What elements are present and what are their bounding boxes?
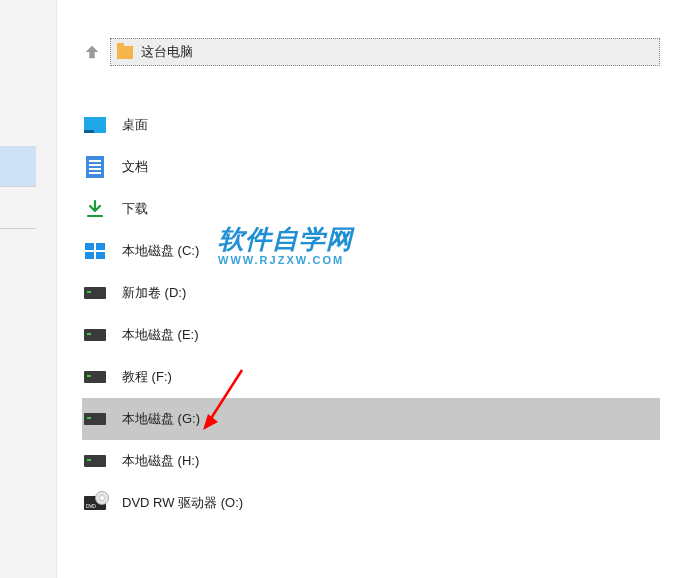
breadcrumb-label: 这台电脑: [141, 43, 193, 61]
document-icon: [84, 156, 106, 178]
list-item-drive-d[interactable]: 新加卷 (D:): [82, 272, 660, 314]
breadcrumb[interactable]: 这台电脑: [110, 38, 660, 66]
list-item-label: 本地磁盘 (G:): [122, 410, 200, 428]
dvd-drive-icon: [84, 492, 106, 514]
list-item-label: 桌面: [122, 116, 148, 134]
location-list: 桌面 文档 下载 本地磁盘 (C:) 新加卷 (D:) 本地磁盘 (E:): [82, 104, 660, 524]
list-item-label: DVD RW 驱动器 (O:): [122, 494, 243, 512]
list-item-dvd-drive[interactable]: DVD RW 驱动器 (O:): [82, 482, 660, 524]
list-item-desktop[interactable]: 桌面: [82, 104, 660, 146]
list-item-label: 新加卷 (D:): [122, 284, 186, 302]
list-item-drive-g[interactable]: 本地磁盘 (G:): [82, 398, 660, 440]
list-item-label: 文档: [122, 158, 148, 176]
drive-icon: [84, 282, 106, 304]
sidebar-divider: [0, 228, 36, 229]
list-item-label: 本地磁盘 (E:): [122, 326, 199, 344]
list-item-drive-h[interactable]: 本地磁盘 (H:): [82, 440, 660, 482]
list-item-label: 下载: [122, 200, 148, 218]
list-item-drive-e[interactable]: 本地磁盘 (E:): [82, 314, 660, 356]
breadcrumb-row: 这台电脑: [82, 38, 660, 66]
sidebar-selection-indicator: [0, 146, 36, 186]
drive-icon: [84, 450, 106, 472]
sidebar-divider: [0, 186, 36, 187]
drive-icon: [84, 324, 106, 346]
list-item-downloads[interactable]: 下载: [82, 188, 660, 230]
list-item-drive-c[interactable]: 本地磁盘 (C:): [82, 230, 660, 272]
list-item-label: 教程 (F:): [122, 368, 172, 386]
drive-icon: [84, 366, 106, 388]
list-item-label: 本地磁盘 (H:): [122, 452, 199, 470]
nav-up-button[interactable]: [82, 42, 102, 62]
desktop-icon: [84, 114, 106, 136]
windows-drive-icon: [84, 240, 106, 262]
folder-icon: [117, 46, 133, 59]
list-item-drive-f[interactable]: 教程 (F:): [82, 356, 660, 398]
list-item-label: 本地磁盘 (C:): [122, 242, 199, 260]
download-icon: [84, 198, 106, 220]
drive-icon: [84, 408, 106, 430]
list-item-documents[interactable]: 文档: [82, 146, 660, 188]
file-browser-panel: 这台电脑 桌面 文档 下载 本地磁盘 (C:) 新加卷 (D:): [56, 0, 685, 578]
